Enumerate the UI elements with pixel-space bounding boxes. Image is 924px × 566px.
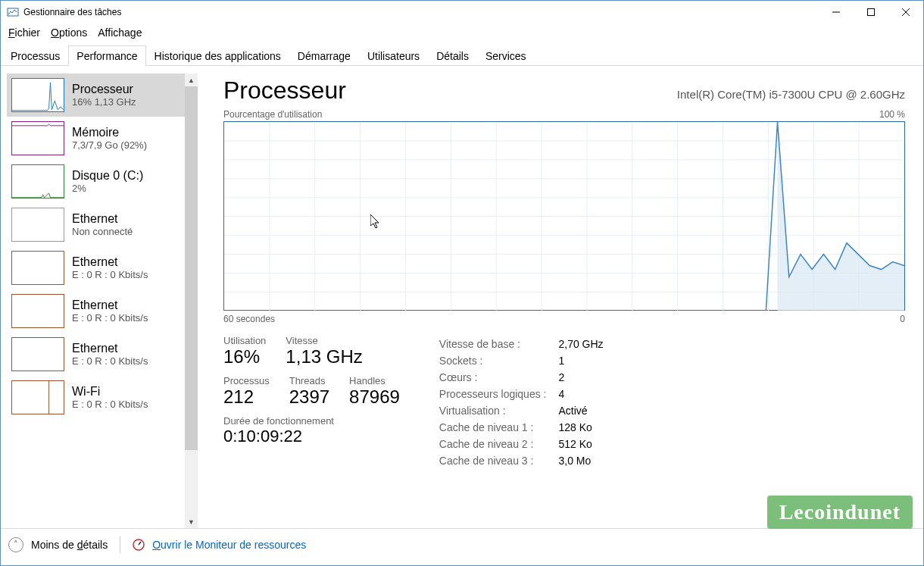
scroll-down-icon[interactable]: ▼ (185, 515, 198, 528)
sidebar-item-wi-fi-7[interactable]: Wi-FiE : 0 R : 0 Kbits/s (7, 376, 185, 419)
stat-label: Sockets : (439, 353, 557, 368)
sidebar-item-ethernet-5[interactable]: EthernetE : 0 R : 0 Kbits/s (7, 289, 185, 333)
maximize-button[interactable] (854, 1, 888, 23)
main: Processeur16% 1,13 GHzMémoire7,3/7,9 Go … (1, 66, 923, 528)
svg-rect-2 (868, 9, 875, 16)
stat-value: 1 (558, 353, 613, 368)
mini-chart (11, 380, 64, 414)
sidebar-item-sub: 7,3/7,9 Go (92%) (72, 139, 147, 151)
sidebar-list: Processeur16% 1,13 GHzMémoire7,3/7,9 Go … (7, 73, 185, 528)
less-details-button[interactable]: Moins de détails (31, 539, 108, 551)
stat-value: 2 (558, 370, 613, 385)
mini-chart (11, 294, 64, 328)
sidebar: Processeur16% 1,13 GHzMémoire7,3/7,9 Go … (1, 66, 198, 528)
tab-historique[interactable]: Historique des applications (146, 45, 289, 66)
sidebar-item-sub: E : 0 R : 0 Kbits/s (72, 399, 148, 410)
sidebar-item-text: EthernetE : 0 R : 0 Kbits/s (72, 255, 148, 280)
close-button[interactable] (888, 1, 923, 23)
mini-chart (11, 337, 64, 371)
sidebar-item-sub: 2% (72, 183, 143, 194)
sidebar-item-disque-0-c--2[interactable]: Disque 0 (C:)2% (7, 160, 185, 203)
stat-value: 3,0 Mo (558, 453, 613, 468)
table-row: Cache de niveau 3 :3,0 Mo (439, 453, 614, 468)
table-row: Virtualisation :Activé (439, 403, 614, 418)
details-title: Processeur (223, 77, 346, 105)
tab-services[interactable]: Services (477, 45, 535, 66)
chart-bottom-right-label: 0 (900, 314, 905, 324)
handles-label: Handles (349, 375, 400, 386)
menu-fichier[interactable]: Fichier (8, 27, 40, 39)
open-resource-monitor-link[interactable]: Ouvrir le Moniteur de ressources (152, 539, 306, 551)
sidebar-item-sub: E : 0 R : 0 Kbits/s (72, 312, 148, 324)
stat-value: 128 Ko (558, 420, 613, 435)
menu-options[interactable]: Options (51, 27, 87, 39)
sidebar-item-text: Mémoire7,3/7,9 Go (92%) (72, 126, 147, 151)
chart-bottom-labels: 60 secondes 0 (223, 314, 905, 324)
tab-utilisateurs[interactable]: Utilisateurs (359, 45, 428, 66)
tab-details[interactable]: Détails (428, 45, 477, 66)
stat-value: 2,70 GHz (558, 336, 613, 352)
sidebar-item-title: Ethernet (72, 212, 133, 226)
uptime-value: 0:10:09:22 (223, 427, 400, 446)
sidebar-item-title: Ethernet (72, 255, 148, 269)
sidebar-item-text: Wi-FiE : 0 R : 0 Kbits/s (72, 385, 148, 410)
sidebar-item-sub: E : 0 R : 0 Kbits/s (72, 269, 148, 280)
mini-chart (11, 164, 64, 199)
stat-value: Activé (558, 403, 613, 418)
sidebar-item-title: Ethernet (72, 342, 148, 355)
window-title: Gestionnaire des tâches (23, 7, 121, 17)
svg-line-31 (139, 542, 141, 545)
tab-demarrage[interactable]: Démarrage (289, 45, 359, 66)
sidebar-item-title: Processeur (72, 83, 136, 96)
stat-label: Cache de niveau 1 : (439, 420, 557, 435)
details-pane: Processeur Intel(R) Core(TM) i5-7300U CP… (198, 66, 923, 528)
sidebar-item-title: Disque 0 (C:) (72, 169, 143, 183)
sidebar-item-title: Mémoire (72, 126, 147, 139)
tab-processus[interactable]: Processus (2, 45, 68, 66)
sidebar-item-text: Disque 0 (C:)2% (72, 169, 143, 194)
chart-top-left-label: Pourcentage d'utilisation (223, 109, 322, 120)
uptime-label: Durée de fonctionnement (223, 415, 400, 427)
stat-label: Virtualisation : (439, 403, 557, 418)
table-row: Processeurs logiques :4 (439, 386, 614, 402)
sidebar-item-ethernet-3[interactable]: EthernetNon connecté (7, 203, 185, 246)
table-row: Vitesse de base :2,70 GHz (439, 336, 614, 352)
minimize-button[interactable] (819, 1, 854, 23)
details-subtitle: Intel(R) Core(TM) i5-7300U CPU @ 2.60GHz (677, 88, 905, 101)
sidebar-item-processeur-0[interactable]: Processeur16% 1,13 GHz (7, 73, 185, 117)
stat-label: Processeurs logiques : (439, 386, 557, 402)
proc-value: 212 (223, 386, 270, 408)
link-text: Ouvrir le Moniteur de ressources (152, 539, 306, 551)
sidebar-item-ethernet-4[interactable]: EthernetE : 0 R : 0 Kbits/s (7, 246, 185, 289)
cpu-chart[interactable] (223, 121, 905, 311)
sidebar-item-sub: E : 0 R : 0 Kbits/s (72, 355, 148, 367)
proc-label: Processus (223, 375, 270, 386)
sidebar-item-ethernet-6[interactable]: EthernetE : 0 R : 0 Kbits/s (7, 333, 185, 376)
sidebar-item-m-moire-1[interactable]: Mémoire7,3/7,9 Go (92%) (7, 117, 185, 160)
stat-label: Cache de niveau 2 : (439, 436, 557, 452)
tab-performance[interactable]: Performance (68, 45, 145, 66)
details-header: Processeur Intel(R) Core(TM) i5-7300U CP… (223, 77, 905, 105)
sidebar-item-sub: 16% 1,13 GHz (72, 96, 136, 108)
chart-bottom-left-label: 60 secondes (223, 314, 275, 324)
util-value: 16% (223, 346, 266, 367)
menu-affichage[interactable]: Affichage (98, 27, 142, 39)
chevron-up-icon[interactable]: ˄ (8, 537, 23, 552)
stat-label: Cœurs : (439, 370, 557, 385)
threads-value: 2397 (289, 386, 329, 408)
scroll-up-icon[interactable]: ▲ (185, 73, 198, 86)
separator (120, 536, 120, 553)
resource-monitor-icon (133, 539, 145, 551)
scroll-thumb[interactable] (185, 86, 198, 450)
sidebar-item-text: EthernetNon connecté (72, 212, 133, 237)
titlebar: Gestionnaire des tâches (1, 1, 923, 23)
stats-right: Vitesse de base :2,70 GHzSockets :1Cœurs… (438, 335, 616, 470)
speed-label: Vitesse (286, 335, 362, 346)
scrollbar[interactable]: ▲ ▼ (185, 73, 198, 528)
watermark-text: Lecoindunet (779, 500, 901, 524)
table-row: Sockets :1 (439, 353, 614, 368)
handles-value: 87969 (349, 386, 400, 408)
mini-chart (11, 78, 64, 112)
sidebar-item-title: Wi-Fi (72, 385, 148, 399)
util-label: Utilisation (223, 335, 266, 346)
